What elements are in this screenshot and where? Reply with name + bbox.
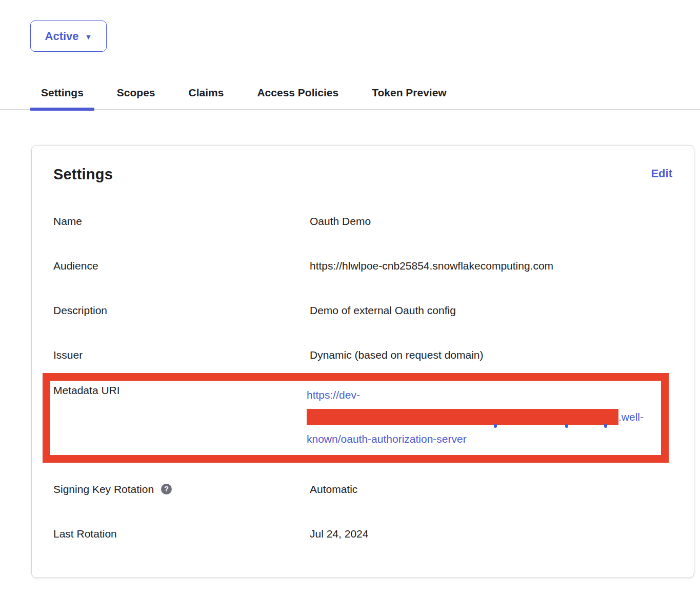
field-value: Oauth Demo — [310, 215, 672, 228]
field-label-text: Last Rotation — [53, 527, 117, 540]
field-value: Jul 24, 2024 — [310, 527, 672, 540]
field-label-text: Description — [53, 304, 107, 317]
field-label-text: Issuer — [53, 348, 83, 361]
field-label: Last Rotation — [53, 527, 310, 540]
tab-label: Scopes — [117, 87, 155, 99]
edit-button[interactable]: Edit — [651, 167, 672, 180]
field-row-audience: Audience https://hlwlpoe-cnb25854.snowfl… — [53, 259, 672, 272]
field-value: https://hlwlpoe-cnb25854.snowflakecomput… — [310, 259, 672, 272]
card-title: Settings — [53, 166, 113, 183]
field-label: Audience — [53, 259, 310, 272]
annotation-highlight-box: Metadata URI https://dev- .well- known/o… — [43, 373, 669, 463]
tab-settings[interactable]: Settings — [30, 76, 94, 109]
card-header: Settings Edit — [53, 166, 672, 183]
field-label-text: Metadata URI — [53, 384, 120, 397]
status-dropdown-label: Active — [45, 30, 79, 43]
metadata-uri-link[interactable]: https://dev- .well- known/oauth-authoriz… — [307, 384, 661, 450]
field-value: Dynamic (based on request domain) — [310, 348, 672, 361]
field-label: Signing Key Rotation ? — [53, 483, 310, 495]
field-label: Name — [53, 215, 310, 228]
settings-card: Settings Edit Name Oauth Demo Audience h… — [31, 145, 694, 578]
field-label: Issuer — [53, 348, 310, 361]
metadata-uri-line2-suffix: .well- — [618, 411, 644, 423]
field-value: Automatic — [310, 483, 672, 495]
field-label-text: Audience — [53, 259, 98, 272]
field-label: Description — [53, 304, 310, 317]
tab-claims[interactable]: Claims — [178, 76, 235, 109]
tab-token-preview[interactable]: Token Preview — [361, 76, 457, 109]
field-row-issuer: Issuer Dynamic (based on request domain) — [53, 348, 672, 361]
field-value: https://dev- .well- known/oauth-authoriz… — [307, 384, 661, 450]
tab-bar: Settings Scopes Claims Access Policies T… — [0, 76, 700, 110]
metadata-uri-line2: .well- — [307, 406, 661, 428]
tab-label: Access Policies — [257, 87, 338, 99]
tab-label: Settings — [41, 87, 84, 99]
status-dropdown-active[interactable]: Active ▼ — [30, 20, 107, 52]
tab-label: Claims — [189, 87, 224, 99]
field-label-text: Signing Key Rotation — [53, 483, 154, 495]
metadata-uri-line1: https://dev- — [307, 384, 661, 406]
chevron-down-icon: ▼ — [85, 33, 92, 41]
field-label-text: Name — [53, 215, 82, 228]
field-row-last-rotation: Last Rotation Jul 24, 2024 — [53, 527, 672, 540]
field-row-signing-key-rotation: Signing Key Rotation ? Automatic — [53, 483, 672, 495]
field-row-metadata-uri: Metadata URI https://dev- .well- known/o… — [53, 384, 661, 450]
question-mark-icon[interactable]: ? — [161, 484, 172, 494]
tab-access-policies[interactable]: Access Policies — [246, 76, 349, 109]
metadata-uri-line3: known/oauth-authorization-server — [307, 428, 661, 450]
field-label: Metadata URI — [53, 384, 307, 450]
tab-label: Token Preview — [372, 87, 447, 99]
field-value: Demo of external Oauth config — [310, 304, 672, 317]
field-row-name: Name Oauth Demo — [53, 215, 672, 228]
field-row-description: Description Demo of external Oauth confi… — [53, 304, 672, 317]
tab-scopes[interactable]: Scopes — [106, 76, 166, 109]
redaction-bar — [307, 409, 618, 425]
